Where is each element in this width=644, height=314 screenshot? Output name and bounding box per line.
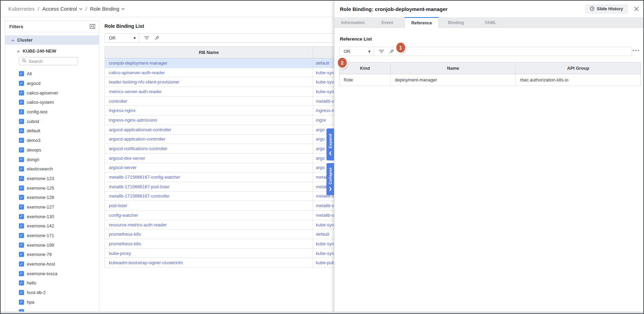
rb-name-link[interactable]: config-watcher [109,213,138,218]
rb-name-link[interactable]: metallb-1715666167-pod-lister [109,184,169,189]
namespace-checkbox-item[interactable]: exemone-125 [5,183,99,193]
tab-yaml[interactable]: YAML [473,17,508,28]
namespace-checkbox-item[interactable]: config-test [5,107,99,117]
table-row[interactable]: metrics-server-auth-readerkube-syst [105,87,345,97]
checkbox-checked-icon[interactable] [19,243,24,248]
table-row[interactable]: metallb-1715666167-pod-listermetallb-sy [105,182,345,192]
horizontal-scrollbar[interactable] [1,312,643,314]
namespace-link[interactable]: kube-syst [316,241,335,246]
operator-select[interactable]: OR ▾ [340,47,374,56]
rb-name-link[interactable]: cronjob-deployment-manager [109,60,167,66]
namespace-link[interactable]: kube-syst [316,70,335,75]
namespace-checkbox-item[interactable]: argocd [5,79,99,88]
rb-name-link[interactable]: metrics-server-auth-reader [109,89,162,94]
breadcrumb-section-menu[interactable]: Access Control [42,6,82,12]
rb-name-link[interactable]: argocd-dex-server [109,156,145,161]
rb-name-link[interactable]: kube-proxy [109,251,131,256]
checkbox-checked-icon[interactable] [19,138,24,143]
namespace-link[interactable]: ingre [316,117,326,123]
rb-name-link[interactable]: calico-apiserver-auth-reader [109,70,165,75]
tree-node-cluster-name[interactable]: KUBE-240-NEW [17,46,56,56]
checkbox-checked-icon[interactable] [19,166,24,171]
namespace-checkbox-item[interactable]: All [5,69,99,79]
rb-name-link[interactable]: leader-locking-nfs-client-provisioner [109,79,179,85]
namespace-checkbox-item[interactable]: exemone-130 [5,212,99,221]
table-row[interactable]: kube-proxykube-syst [105,249,345,258]
checkbox-checked-icon[interactable] [19,280,24,285]
pin-icon[interactable] [389,49,394,54]
namespace-checkbox-item[interactable]: exemone-123 [5,174,99,183]
table-row[interactable]: prometheus-k8sdefault [105,229,345,239]
checkbox-checked-icon[interactable] [19,176,24,181]
namespace-checkbox-item[interactable]: exemone-199 [5,240,99,250]
namespace-checkbox-item[interactable]: exemone-127 [5,202,99,212]
namespace-link[interactable]: kube-syst [316,222,335,227]
expand-button[interactable]: Expand ❮ [326,128,334,160]
filter-icon[interactable] [144,36,149,40]
tree-node-cluster[interactable]: Cluster [5,35,99,45]
namespace-checkbox-item[interactable]: calico-apiserver [5,88,99,98]
tab-information[interactable]: Information [336,17,370,28]
namespace-link[interactable]: ingress-ng [316,108,337,113]
namespace-link[interactable]: kube-syst [316,251,335,256]
table-row[interactable]: controllermetallb-sy [105,97,345,106]
collapse-button[interactable]: Collapse ❯ [326,163,334,195]
table-row[interactable]: Roledeployment-managerrbac.authorization… [340,74,641,86]
namespace-checkbox-item[interactable]: exemone-126 [5,193,99,202]
filter-icon[interactable] [379,49,384,54]
rb-name-link[interactable]: argocd-applicationset-controller [109,127,171,132]
namespace-checkbox-item[interactable]: hpa [5,298,99,307]
checkbox-checked-icon[interactable] [19,300,24,305]
namespace-checkbox-item[interactable]: demo3 [5,136,99,145]
namespace-link[interactable]: default [316,60,329,66]
namespace-checkbox-item[interactable]: exemone-tosca [5,269,99,278]
rb-name-link[interactable]: argocd-application-controller [109,136,165,142]
table-row[interactable]: kubeadm:bootstrap-signer-clusterinfokube… [105,258,345,268]
table-row[interactable]: argocd-notifications-controllerargo [105,144,345,154]
table-row[interactable]: argocd-dex-serverargo [105,154,345,163]
namespace-link[interactable]: kube-publ [316,260,335,265]
table-row[interactable]: metallb-1715666167-config-watchermetallb… [105,172,345,182]
namespace-checkbox-item[interactable]: hello [5,278,99,288]
namespace-link[interactable]: argo [316,136,325,142]
rb-name-link[interactable]: ingress-nginx [109,108,135,113]
checkbox-checked-icon[interactable] [19,195,24,200]
checkbox-checked-icon[interactable] [19,261,24,267]
column-header-kind[interactable]: Kind [340,63,391,74]
checkbox-checked-icon[interactable] [19,214,24,219]
collapse-panel-icon[interactable] [89,23,96,30]
table-row[interactable]: argocd-applicationset-controllerargo [105,125,345,135]
search-input[interactable] [29,59,70,64]
namespace-link[interactable]: argo [316,146,325,151]
checkbox-checked-icon[interactable] [19,252,24,257]
namespace-checkbox-item[interactable]: cubrid [5,116,99,126]
operator-select[interactable]: OR ▾ [105,34,139,42]
tab-reference[interactable]: Reference [404,17,439,28]
table-row[interactable]: argocd-application-controllerargo [105,135,345,144]
rb-name-link[interactable]: metallb-1715666167-config-watcher [109,175,180,180]
namespace-link[interactable]: metallb-sy [316,213,336,218]
checkbox-checked-icon[interactable] [19,223,24,228]
table-row[interactable]: metallb-1715666167-controllermetallb-sy [105,192,345,201]
table-row[interactable]: leader-locking-nfs-client-provisionerkub… [105,77,345,87]
table-row[interactable]: ingress-nginx-admissioningre [105,115,345,125]
tab-binding[interactable]: Binding [439,17,473,28]
table-row[interactable]: argocd-serverargo [105,163,345,173]
rb-name-link[interactable]: metallb-1715666167-controller [109,193,169,199]
namespace-link[interactable]: metallb-sy [316,99,336,104]
more-options-icon[interactable]: ••• [632,47,640,53]
rb-name-link[interactable]: prometheus-k8s [109,241,141,246]
tab-event[interactable]: Event [370,17,404,28]
rb-name-link[interactable]: ingress-nginx-admission [109,117,157,123]
rb-name-link[interactable]: resource-metrics-auth-reader [109,222,167,227]
namespace-checkbox-item[interactable]: host-db-2 [5,288,99,298]
namespace-link[interactable]: argo [316,156,325,161]
rb-name-link[interactable]: kubeadm:bootstrap-signer-clusterinfo [109,260,183,265]
pin-icon[interactable] [154,35,159,41]
rb-name-link[interactable]: argocd-notifications-controller [109,146,168,151]
table-row[interactable]: ingress-nginxingress-ng [105,106,345,115]
checkbox-checked-icon[interactable] [19,119,24,124]
namespace-checkbox-item[interactable]: calico-system [5,98,99,107]
slide-history-button[interactable]: Slide History [585,5,628,13]
namespace-checkbox-item[interactable]: exemone-79 [5,250,99,259]
